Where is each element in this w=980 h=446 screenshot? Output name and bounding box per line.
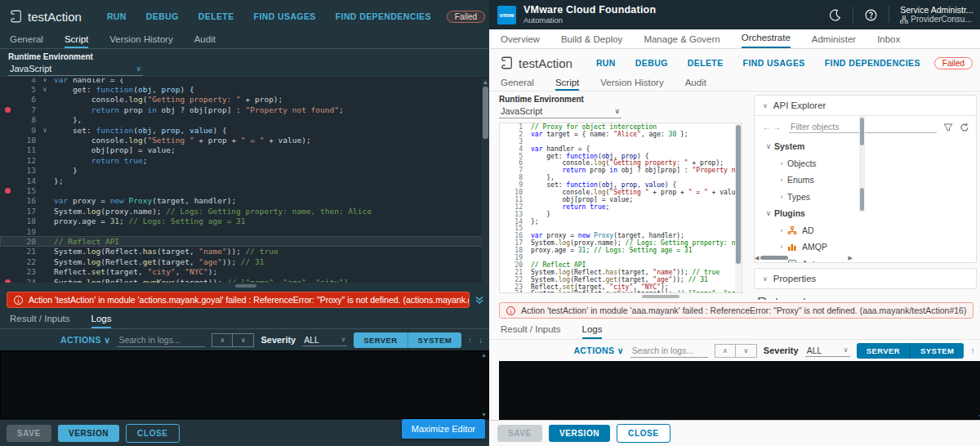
code-line[interactable]: 12 return true; — [500, 203, 742, 211]
runtime-select[interactable]: JavaScript ∨ — [8, 64, 143, 76]
code-line[interactable]: 22System.log(Reflect.get(target, "age"))… — [500, 276, 742, 283]
tree-item-plugins[interactable]: ∨Plugins — [763, 205, 969, 222]
tree-vertical-scrollbar[interactable] — [859, 116, 865, 212]
tree-item-objects[interactable]: ›Objects — [763, 155, 969, 172]
delete-button[interactable]: DELETE — [688, 58, 724, 68]
breakpoint-dot[interactable] — [5, 188, 11, 194]
tree-item-enums[interactable]: ›Enums — [763, 172, 969, 189]
system-toggle[interactable]: SYSTEM — [910, 343, 964, 359]
search-input[interactable] — [630, 344, 708, 358]
tree-item-ad[interactable]: ›AD — [763, 222, 969, 239]
find-dependencies-button[interactable]: FIND DEPENDENCIES — [825, 58, 920, 68]
sort-asc-icon[interactable]: ↑ — [468, 336, 472, 345]
save-button[interactable]: SAVE — [7, 425, 51, 442]
fold-chevron-icon[interactable]: ∨ — [36, 86, 54, 93]
severity-select[interactable]: ALL∨ — [302, 334, 347, 346]
help-icon[interactable] — [864, 8, 878, 22]
sort-desc-icon[interactable]: ↓ — [479, 336, 483, 345]
code-line[interactable]: 1// Proxy for object interception — [500, 123, 742, 131]
find-dependencies-button[interactable]: FIND DEPENDENCIES — [336, 11, 431, 21]
code-line[interactable]: 21System.log(Reflect.has(target, "name")… — [0, 247, 489, 256]
nav-administer[interactable]: Administer — [812, 34, 856, 48]
tree-horizontal-scrollbar[interactable]: ◀▶ — [755, 255, 853, 261]
code-line[interactable]: 2var target = { name: "Alice", age: 30 }… — [500, 131, 742, 138]
history-back-forward-icons[interactable]: ←→ — [763, 123, 782, 132]
code-line[interactable]: 12 return true; — [0, 155, 489, 165]
code-line[interactable]: 10 console.log("Setting " + prop + " = "… — [0, 135, 489, 145]
code-editor-dark[interactable]: 4∨var handler = {5∨ get: function(obj, p… — [0, 78, 489, 283]
tab-version-history[interactable]: Version History — [600, 78, 663, 91]
code-line[interactable]: 4var handler = { — [500, 145, 742, 153]
version-button[interactable]: VERSION — [58, 425, 119, 442]
maximize-editor-button[interactable]: Maximize Editor — [402, 419, 485, 439]
code-line[interactable]: 16var proxy = new Proxy(target, handler)… — [0, 196, 489, 206]
tab-logs[interactable]: Logs — [582, 324, 603, 339]
code-line[interactable]: 22System.log(Reflect.get(target, "age"))… — [0, 256, 489, 266]
nav-manage-govern[interactable]: Manage & Govern — [644, 34, 719, 48]
run-button[interactable]: RUN — [596, 58, 616, 68]
code-line[interactable]: 15 — [0, 185, 489, 195]
code-line[interactable]: 20// Reflect API — [0, 236, 489, 246]
editor-vertical-scrollbar[interactable] — [735, 123, 742, 292]
actions-dropdown[interactable]: ACTIONS ∨ — [60, 335, 110, 345]
tree-item-types[interactable]: ›Types — [763, 189, 969, 206]
code-line[interactable]: 10 console.log("Setting " + prop + " = "… — [500, 189, 742, 196]
vmware-logo[interactable]: vmw — [497, 6, 516, 25]
code-line[interactable]: 16var proxy = new Proxy(target, handler)… — [500, 232, 742, 239]
close-button[interactable]: CLOSE — [617, 424, 670, 443]
tab-script[interactable]: Script — [555, 78, 579, 91]
refresh-icon[interactable] — [960, 123, 969, 132]
search-input[interactable] — [117, 333, 205, 347]
severity-select[interactable]: ALL∨ — [805, 345, 850, 357]
user-menu[interactable]: Service Administr... ProviderConsu... — [900, 5, 973, 25]
server-toggle[interactable]: SERVER — [354, 332, 407, 348]
nav-build-deploy[interactable]: Build & Deploy — [561, 34, 622, 48]
system-toggle[interactable]: SYSTEM — [408, 332, 461, 348]
next-match-button[interactable]: ∨ — [233, 333, 254, 347]
code-line[interactable]: 17System.log(proxy.name); // Logs: Getti… — [500, 239, 742, 247]
code-line[interactable]: 4∨var handler = { — [0, 78, 489, 84]
log-output[interactable]: ▲ ▼ — [0, 350, 489, 419]
delete-button[interactable]: DELETE — [198, 11, 234, 21]
editor-vertical-scrollbar[interactable]: ▲ — [482, 78, 489, 283]
code-line[interactable]: 21System.log(Reflect.has(target, "name")… — [500, 269, 742, 276]
sort-asc-icon[interactable]: ↑ — [970, 346, 974, 355]
code-line[interactable]: 9 set: function(obj, prop, value) { — [500, 181, 742, 189]
code-line[interactable]: 13 } — [0, 166, 489, 176]
tab-result-inputs[interactable]: Result / Inputs — [501, 324, 561, 339]
code-line[interactable]: 19 — [500, 254, 742, 261]
code-editor-light[interactable]: 1// Proxy for object interception2var ta… — [499, 123, 742, 293]
code-line[interactable]: 11 obj[prop] = value; — [500, 196, 742, 203]
server-toggle[interactable]: SERVER — [857, 343, 910, 359]
version-button[interactable]: VERSION — [549, 425, 610, 442]
runtime-select[interactable]: JavaScript ∨ — [499, 106, 621, 118]
code-line[interactable]: 7 return prop in obj ? obj[prop] : "Prop… — [500, 167, 742, 174]
code-line[interactable]: 11 obj[prop] = value; — [0, 145, 489, 155]
code-line[interactable]: 24System.log(Reflect.ownKeys(target)); /… — [0, 277, 489, 283]
tab-script[interactable]: Script — [65, 34, 88, 48]
actions-dropdown[interactable]: ACTIONS ∨ — [573, 346, 623, 355]
debug-button[interactable]: DEBUG — [146, 11, 179, 21]
tree-item-amqp[interactable]: ›AMQP — [763, 239, 969, 256]
filter-icon[interactable] — [943, 123, 953, 132]
find-usages-button[interactable]: FIND USAGES — [254, 11, 316, 21]
code-line[interactable]: 19 — [0, 226, 489, 236]
nav-overview[interactable]: Overview — [501, 34, 540, 48]
close-button[interactable]: CLOSE — [126, 424, 179, 443]
prev-match-button[interactable]: ∧ — [715, 344, 736, 358]
code-line[interactable]: 20// Reflect API — [500, 261, 742, 269]
fold-chevron-icon[interactable]: ∨ — [36, 78, 54, 83]
code-line[interactable]: 23Reflect.set(target, "city", "NYC"); — [500, 283, 742, 291]
code-line[interactable]: 5∨ get: function(obj, prop) { — [0, 84, 489, 94]
scroll-up-icon[interactable]: ▲ — [481, 352, 487, 358]
find-usages-button[interactable]: FIND USAGES — [743, 58, 805, 68]
tab-general[interactable]: General — [501, 78, 534, 91]
tab-audit[interactable]: Audit — [685, 78, 706, 91]
tab-logs[interactable]: Logs — [91, 314, 112, 328]
collapse-double-chevron-icon[interactable] — [474, 295, 484, 305]
prev-match-button[interactable]: ∧ — [212, 333, 233, 347]
code-line[interactable]: 7 return prop in obj ? obj[prop] : "Prop… — [0, 105, 489, 114]
editor-horizontal-scrollbar[interactable] — [499, 293, 742, 300]
code-line[interactable]: 18proxy.age = 31; // Logs: Setting age =… — [0, 216, 489, 225]
run-button[interactable]: RUN — [107, 11, 127, 21]
